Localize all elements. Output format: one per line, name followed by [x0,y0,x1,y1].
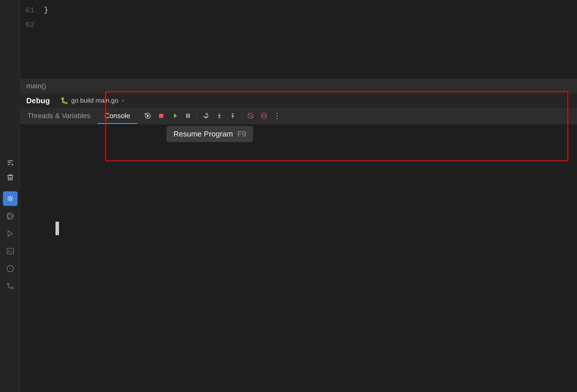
debug-title: Debug [26,96,50,105]
sidebar-item-problems[interactable] [3,261,18,276]
code-line-62 [44,18,571,32]
sidebar [0,0,20,392]
debug-toolbar: ⋮ [137,110,577,122]
line-number-61: 61 [20,3,34,18]
svg-point-3 [9,197,12,200]
svg-marker-4 [8,213,12,219]
clear-breakpoints-button[interactable] [258,110,270,122]
more-button[interactable]: ⋮ [272,110,283,122]
sidebar-item-terminal[interactable] [3,244,18,258]
rerun-button[interactable] [142,110,154,122]
step-over-button[interactable] [200,110,212,122]
debug-panel: Debug 🐛 go build main.go × Threads & Var… [20,93,577,392]
stop-button[interactable] [155,110,167,122]
toolbar-divider-2 [241,112,242,120]
svg-line-28 [248,114,253,118]
tab-console[interactable]: Console [98,108,137,124]
svg-point-13 [11,287,13,289]
go-icon: 🐛 [60,97,68,104]
tooltip-shortcut: F9 [237,130,246,138]
code-area: 61 62 } [20,0,577,90]
svg-marker-17 [175,114,177,118]
sort-icon[interactable] [5,158,15,168]
main-bar-label: main() [26,82,46,90]
step-out-button[interactable] [227,110,239,122]
svg-marker-6 [8,231,12,237]
code-line-61: } [44,3,571,18]
tab-console-label: Console [105,112,130,120]
resume-tooltip: Resume Program F9 [166,126,253,142]
pause-button[interactable] [182,110,194,122]
main-bar: main() [20,79,577,93]
svg-rect-7 [7,248,13,254]
code-content: } [38,0,577,90]
mute-breakpoints-button[interactable] [245,110,256,122]
cursor-caret [55,222,59,235]
svg-rect-18 [186,114,187,118]
sidebar-item-vcs[interactable] [3,279,18,293]
panel-content [20,124,577,391]
tab-threads-label: Threads & Variables [27,112,91,120]
sidebar-item-run[interactable] [3,209,18,223]
svg-rect-19 [189,114,190,118]
svg-rect-15 [159,114,163,118]
tab-threads-variables[interactable]: Threads & Variables [20,108,98,124]
svg-point-12 [7,283,9,285]
debug-session-tab[interactable]: 🐛 go build main.go × [56,93,129,108]
sidebar-item-play[interactable] [3,226,18,241]
tabs-toolbar-row: Threads & Variables Console [20,108,577,124]
debug-tab-label: go build main.go [71,97,118,104]
tooltip-text: Resume Program [173,130,233,138]
trash-icon[interactable] [5,172,15,183]
line-number-62: 62 [20,18,34,32]
resume-button[interactable] [169,110,180,122]
line-numbers: 61 62 [20,0,38,90]
debug-tab-close[interactable]: × [121,98,124,104]
sidebar-item-debug[interactable] [3,191,18,206]
toolbar-divider-1 [197,112,197,120]
debug-header: Debug 🐛 go build main.go × [20,93,577,108]
more-icon: ⋮ [273,111,281,120]
svg-marker-14 [147,115,149,117]
step-into-button[interactable] [213,110,225,122]
